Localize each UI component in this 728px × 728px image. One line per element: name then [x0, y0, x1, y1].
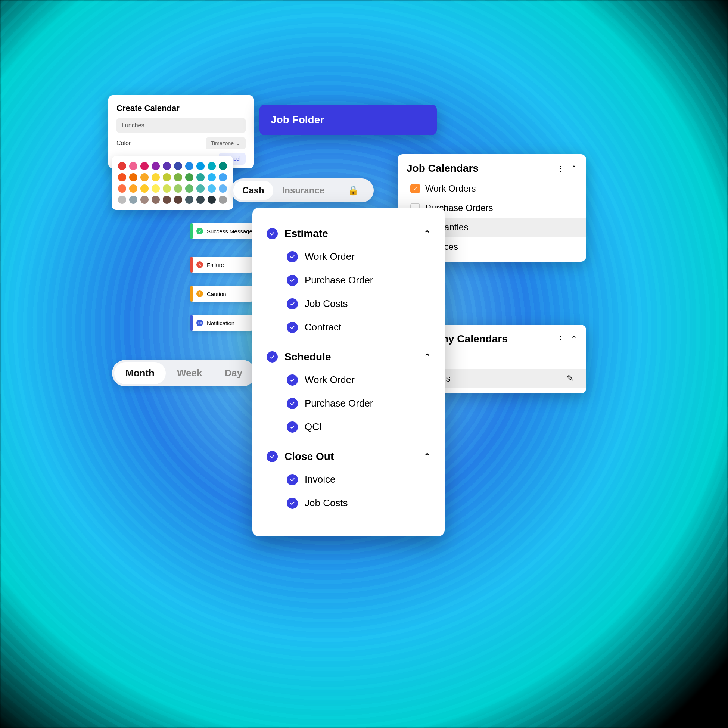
status-label: Failure: [207, 262, 224, 268]
color-swatch[interactable]: [151, 162, 160, 170]
color-swatch[interactable]: [185, 162, 193, 170]
color-swatch[interactable]: [174, 184, 182, 193]
item-label: Purchase Order: [304, 398, 373, 409]
check-icon[interactable]: [266, 451, 278, 462]
calendar-view-switch[interactable]: MonthWeekDay: [112, 360, 256, 386]
check-icon[interactable]: [287, 474, 298, 485]
check-icon[interactable]: [287, 498, 298, 509]
color-swatch[interactable]: [208, 196, 216, 204]
color-swatch[interactable]: [219, 162, 227, 170]
chevron-up-icon[interactable]: ⌃: [571, 335, 577, 344]
check-icon[interactable]: [266, 351, 278, 362]
tree-item[interactable]: Job Costs: [263, 292, 433, 315]
color-swatch[interactable]: [151, 173, 160, 182]
item-label: Work Order: [304, 374, 355, 385]
color-swatch[interactable]: [163, 184, 171, 193]
check-icon[interactable]: [287, 398, 298, 409]
color-swatch[interactable]: [163, 173, 171, 182]
color-swatch[interactable]: [151, 196, 160, 204]
color-swatch[interactable]: [118, 184, 126, 193]
tree-item[interactable]: Purchase Order: [263, 268, 433, 292]
toggle-insurance[interactable]: Insurance: [273, 181, 333, 200]
color-swatch[interactable]: [129, 173, 138, 182]
chevron-up-icon[interactable]: ⌃: [424, 229, 430, 239]
color-swatch[interactable]: [196, 196, 205, 204]
cash-insurance-toggle[interactable]: Cash Insurance 🔒: [231, 179, 374, 202]
check-icon[interactable]: [287, 375, 298, 385]
job-folder-label: Job Folder: [271, 114, 324, 126]
job-calendars-title: Job Calendars: [407, 162, 479, 174]
tree-item[interactable]: Invoice: [263, 468, 433, 491]
edit-icon[interactable]: ✎: [567, 374, 574, 384]
color-swatch[interactable]: [174, 173, 182, 182]
view-day[interactable]: Day: [213, 362, 254, 384]
color-swatch[interactable]: [219, 173, 227, 182]
check-icon[interactable]: [287, 275, 298, 286]
more-icon[interactable]: ⋮: [557, 335, 564, 344]
color-swatch[interactable]: [163, 196, 171, 204]
color-swatch[interactable]: [174, 162, 182, 170]
color-swatch[interactable]: [141, 173, 148, 182]
item-label: Work Order: [304, 251, 355, 263]
item-label: Job Costs: [304, 298, 348, 309]
status-label: Notification: [207, 320, 234, 326]
color-swatch[interactable]: [208, 162, 216, 170]
check-icon[interactable]: [287, 298, 298, 309]
check-icon[interactable]: [287, 422, 298, 433]
color-swatch[interactable]: [174, 196, 182, 204]
chevron-up-icon[interactable]: ⌃: [571, 164, 577, 173]
calendar-name-input[interactable]: Lunches: [116, 118, 246, 133]
color-swatch[interactable]: [219, 184, 227, 193]
check-icon[interactable]: [287, 322, 298, 333]
view-month[interactable]: Month: [114, 362, 166, 384]
job-calendar-item[interactable]: ✓Work Orders: [398, 179, 586, 198]
tree-item[interactable]: QCI: [263, 415, 433, 439]
color-swatch[interactable]: [129, 184, 138, 193]
color-swatch[interactable]: [208, 184, 216, 193]
status-chip-failure: ✕ Failure: [190, 257, 254, 272]
color-swatch[interactable]: [118, 196, 126, 204]
color-swatch[interactable]: [129, 196, 138, 204]
check-icon[interactable]: [287, 251, 298, 263]
job-folder-button[interactable]: Job Folder: [260, 104, 437, 135]
tree-item[interactable]: Job Costs: [263, 491, 433, 515]
tree-item[interactable]: Purchase Order: [263, 392, 433, 415]
tree-item[interactable]: Work Order: [263, 368, 433, 392]
tree-section-schedule[interactable]: Schedule ⌃: [263, 346, 433, 368]
chevron-up-icon[interactable]: ⌃: [424, 352, 430, 362]
color-swatch[interactable]: [196, 184, 205, 193]
color-swatch[interactable]: [141, 162, 148, 170]
color-swatch[interactable]: [129, 162, 138, 170]
color-swatch[interactable]: [118, 162, 126, 170]
color-swatch[interactable]: [118, 173, 126, 182]
color-swatch[interactable]: [185, 184, 193, 193]
status-label: Success Message: [207, 228, 252, 234]
status-icon: !: [196, 291, 203, 297]
check-icon[interactable]: [266, 228, 278, 239]
chevron-up-icon[interactable]: ⌃: [424, 452, 430, 462]
color-swatch[interactable]: [163, 162, 171, 170]
color-swatch[interactable]: [196, 173, 205, 182]
checkbox-icon[interactable]: ✓: [410, 184, 420, 193]
color-swatch[interactable]: [151, 184, 160, 193]
calendar-item-label: Work Orders: [425, 183, 476, 194]
view-week[interactable]: Week: [166, 362, 213, 384]
tree-item[interactable]: Work Order: [263, 245, 433, 268]
color-swatch[interactable]: [185, 173, 193, 182]
timezone-select[interactable]: Timezone ⌄: [206, 138, 246, 149]
more-icon[interactable]: ⋮: [557, 164, 564, 173]
timezone-label: Timezone: [211, 141, 234, 146]
status-label: Caution: [207, 291, 226, 297]
color-swatch[interactable]: [141, 184, 148, 193]
color-swatch[interactable]: [208, 173, 216, 182]
color-swatch[interactable]: [141, 196, 148, 204]
color-swatch[interactable]: [185, 196, 193, 204]
color-swatch[interactable]: [219, 196, 227, 204]
section-label: Schedule: [284, 351, 417, 363]
status-icon: ✉: [196, 320, 203, 326]
tree-item[interactable]: Contract: [263, 315, 433, 339]
tree-section-estimate[interactable]: Estimate ⌃: [263, 222, 433, 245]
color-swatch[interactable]: [196, 162, 205, 170]
toggle-cash[interactable]: Cash: [233, 181, 273, 200]
tree-section-close-out[interactable]: Close Out ⌃: [263, 445, 433, 468]
